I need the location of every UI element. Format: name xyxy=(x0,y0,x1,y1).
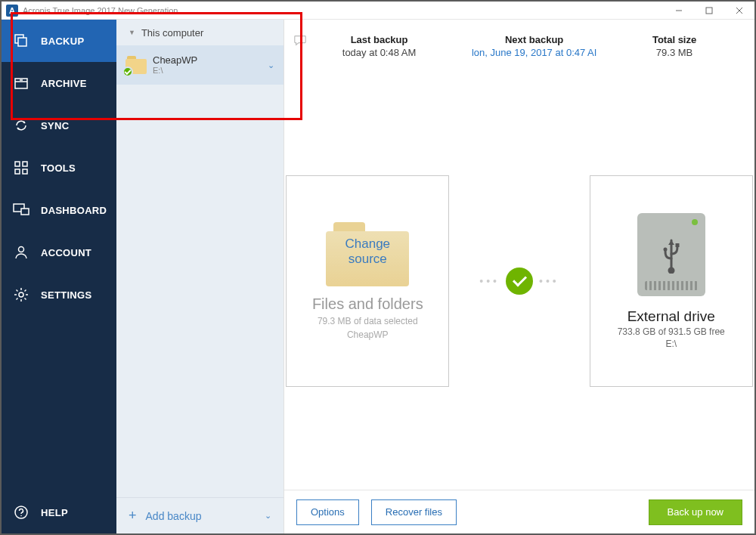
svg-rect-10 xyxy=(23,162,27,166)
source-sub2: CheapWP xyxy=(347,329,389,340)
window-title: Acronis True Image 2017 New Generation xyxy=(23,6,178,15)
sidebar-label: TOOLS xyxy=(41,162,76,174)
dashboard-icon xyxy=(12,203,30,218)
add-backup-label: Add backup xyxy=(146,510,202,522)
sidebar-label: ACCOUNT xyxy=(41,247,91,258)
sidebar-item-dashboard[interactable]: DASHBOARD xyxy=(2,189,116,231)
svg-point-28 xyxy=(669,268,674,273)
backup-list-panel: ▼ This computer CheapWP E:\ ⌄ + Add back… xyxy=(116,20,284,533)
svg-line-21 xyxy=(17,290,18,292)
dots-left: ••• xyxy=(479,275,500,287)
sidebar-label: BACKUP xyxy=(41,36,84,47)
sidebar-item-sync[interactable]: SYNC xyxy=(2,104,116,147)
destination-card[interactable]: External drive 733.8 GB of 931.5 GB free… xyxy=(590,175,753,387)
backup-canvas: Change source Files and folders 79.3 MB … xyxy=(284,73,754,490)
backup-info-bar: Last backup today at 0:48 AM Next backup… xyxy=(284,20,754,73)
chevron-down-icon[interactable]: ⌄ xyxy=(268,60,274,70)
sidebar-label: SETTINGS xyxy=(41,289,91,301)
recover-files-button[interactable]: Recover files xyxy=(371,499,457,525)
connector: ••• ••• xyxy=(479,268,559,295)
status-ok-icon xyxy=(506,268,533,295)
svg-rect-30 xyxy=(675,243,679,247)
svg-point-16 xyxy=(19,292,23,297)
comment-icon[interactable] xyxy=(293,33,307,50)
svg-rect-9 xyxy=(15,162,20,166)
minimize-button[interactable] xyxy=(664,2,694,20)
sidebar-label: SYNC xyxy=(41,120,69,131)
svg-point-26 xyxy=(20,515,22,517)
svg-line-23 xyxy=(17,298,18,300)
usb-icon xyxy=(658,236,684,274)
sidebar-item-account[interactable]: ACCOUNT xyxy=(2,231,116,274)
sync-icon xyxy=(12,118,30,133)
last-backup-label: Last backup xyxy=(342,34,417,45)
dots-right: ••• xyxy=(539,275,559,287)
svg-rect-14 xyxy=(21,209,29,215)
external-drive-icon xyxy=(637,213,705,296)
next-backup-value[interactable]: lon, June 19, 2017 at 0:47 AI xyxy=(472,47,597,58)
dest-title: External drive xyxy=(627,308,715,325)
info-total-size: Total size 79.3 MB xyxy=(652,34,696,58)
tools-icon xyxy=(12,160,30,175)
gear-icon xyxy=(12,287,30,302)
window-controls xyxy=(664,2,754,20)
main-content: Last backup today at 0:48 AM Next backup… xyxy=(284,20,754,533)
dest-sub1: 733.8 GB of 931.5 GB free xyxy=(618,326,725,337)
svg-rect-1 xyxy=(706,8,712,14)
chevron-down-icon: ▼ xyxy=(129,29,135,36)
account-icon xyxy=(12,245,30,260)
bottom-bar: Options Recover files Back up now xyxy=(284,490,754,533)
folder-icon xyxy=(125,56,147,74)
svg-rect-5 xyxy=(18,38,26,46)
source-title: Files and folders xyxy=(312,295,423,313)
backup-name: CheapWP xyxy=(153,54,268,66)
app-window: A Acronis True Image 2017 New Generation… xyxy=(0,0,756,535)
sidebar-item-archive[interactable]: ARCHIVE xyxy=(2,62,116,104)
sidebar-label: DASHBOARD xyxy=(41,205,107,216)
archive-icon xyxy=(12,76,30,91)
backup-now-button[interactable]: Back up now xyxy=(649,499,742,525)
sidebar-item-help[interactable]: HELP xyxy=(2,491,116,533)
sidebar-label: HELP xyxy=(41,507,68,518)
total-size-label: Total size xyxy=(652,34,696,45)
info-next-backup: Next backup lon, June 19, 2017 at 0:47 A… xyxy=(472,34,597,58)
total-size-value: 79.3 MB xyxy=(652,47,696,58)
backup-list-item[interactable]: CheapWP E:\ ⌄ xyxy=(116,45,284,85)
svg-line-22 xyxy=(25,298,26,300)
change-source-link[interactable]: Change source xyxy=(345,237,391,268)
plus-icon: + xyxy=(129,508,137,524)
info-last-backup: Last backup today at 0:48 AM xyxy=(342,34,417,58)
backup-icon xyxy=(12,33,30,48)
sidebar-item-settings[interactable]: SETTINGS xyxy=(2,274,116,316)
source-sub1: 79.3 MB of data selected xyxy=(318,316,418,326)
app-body: BACKUP ARCHIVE SYNC TOOLS DASHBOARD ACCO… xyxy=(2,20,754,533)
svg-point-15 xyxy=(19,247,24,252)
last-backup-value: today at 0:48 AM xyxy=(342,47,417,58)
next-backup-label: Next backup xyxy=(472,34,597,45)
sidebar: BACKUP ARCHIVE SYNC TOOLS DASHBOARD ACCO… xyxy=(2,20,116,533)
sidebar-item-tools[interactable]: TOOLS xyxy=(2,147,116,189)
svg-line-24 xyxy=(25,290,26,292)
close-button[interactable] xyxy=(724,2,754,20)
svg-point-29 xyxy=(663,248,667,252)
sidebar-label: ARCHIVE xyxy=(41,78,87,89)
dest-sub2: E:\ xyxy=(665,339,677,349)
backup-path: E:\ xyxy=(153,66,268,76)
source-card[interactable]: Change source Files and folders 79.3 MB … xyxy=(286,175,449,387)
app-icon: A xyxy=(6,5,18,17)
add-backup-button[interactable]: + Add backup ⌄ xyxy=(116,497,284,533)
svg-rect-12 xyxy=(23,169,27,174)
help-icon xyxy=(12,505,30,520)
maximize-button[interactable] xyxy=(694,2,724,20)
titlebar: A Acronis True Image 2017 New Generation xyxy=(2,2,754,20)
svg-point-25 xyxy=(15,506,27,518)
chevron-down-icon[interactable]: ⌄ xyxy=(265,511,271,521)
panel-header-label: This computer xyxy=(141,27,203,39)
sidebar-item-backup[interactable]: BACKUP xyxy=(2,20,116,62)
svg-rect-11 xyxy=(15,169,20,174)
panel-header[interactable]: ▼ This computer xyxy=(116,20,284,45)
options-button[interactable]: Options xyxy=(296,499,359,525)
check-badge-icon xyxy=(122,66,133,77)
